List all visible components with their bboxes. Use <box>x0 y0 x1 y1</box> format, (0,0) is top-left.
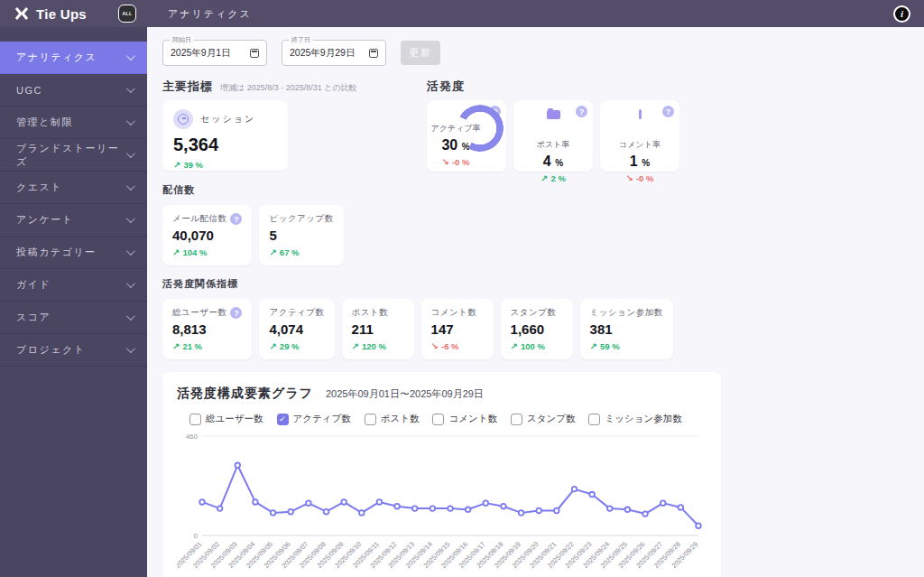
main-indicator-cards: セッション 5,364 39 % <box>162 100 427 171</box>
legend-label: ポスト数 <box>381 413 420 425</box>
trend-arrow-icon <box>172 247 180 257</box>
chart-date-range: 2025年09月01日〜2025年09月29日 <box>326 387 484 401</box>
help-icon[interactable]: ? <box>230 307 242 319</box>
start-date-value: 2025年9月1日 <box>171 47 231 60</box>
main-indicators-title: 主要指標 <box>162 79 213 95</box>
legend-checkbox-item[interactable]: ミッション参加数 <box>588 413 681 425</box>
checkbox-icon <box>432 414 444 425</box>
chart-legend: 総ユーザー数 アクティブ数 ポスト数 コメント数 <box>189 413 707 425</box>
legend-checkbox-item[interactable]: アクティブ数 <box>277 413 351 425</box>
legend-checkbox-item[interactable]: スタンプ数 <box>511 413 575 425</box>
svg-text:460: 460 <box>186 433 199 441</box>
tieups-logo-icon <box>14 6 29 21</box>
trend-arrow-icon <box>626 173 633 183</box>
sidebar-item-label: 投稿カテゴリー <box>16 246 97 259</box>
kpi-label: セッション <box>200 113 255 126</box>
kpi-card: ポスト数 211 120 % <box>342 299 414 359</box>
activity-graph-panel: 活発度構成要素グラフ 2025年09月01日〜2025年09月29日 総ユーザー… <box>162 372 721 577</box>
chevron-down-icon <box>126 214 135 223</box>
activity-title: 活発度 <box>427 79 465 95</box>
sidebar-item-label: プロジェクト <box>16 343 86 357</box>
kpi-value: 147 <box>431 321 484 337</box>
kpi-change: 39 % <box>173 160 277 170</box>
start-date-input[interactable]: 開始日 2025年9月1日 <box>162 40 267 66</box>
chevron-down-icon <box>126 181 135 191</box>
top-metrics-row: 主要指標 増減は 2025/8/3 - 2025/8/31 との比較 セッション… <box>162 79 924 172</box>
main-indicators-section: 主要指標 増減は 2025/8/3 - 2025/8/31 との比較 セッション… <box>162 79 427 172</box>
delivery-section: 配信数 メール配信数 ? 40,070 104 % <box>162 183 924 265</box>
checkbox-icon <box>588 414 600 425</box>
kpi-change: -0 % <box>427 157 485 167</box>
delivery-cards: メール配信数 ? 40,070 104 % ピックアップ数 5 <box>162 205 924 265</box>
brand-area: Tie Ups ALL <box>0 5 147 23</box>
help-icon[interactable]: ? <box>230 213 242 225</box>
chevron-down-icon <box>126 84 135 93</box>
legend-label: ミッション参加数 <box>605 413 681 425</box>
activity-metrics-section: 活発度関係指標 総ユーザー数 ? 8,813 21 % <box>162 277 924 359</box>
sidebar-item-label: アナリティクス <box>16 51 97 64</box>
legend-checkbox-item[interactable]: コメント数 <box>432 413 496 425</box>
kpi-label: アクティブ数 <box>269 307 324 319</box>
update-button[interactable]: 更新 <box>401 41 440 65</box>
sidebar: アナリティクス UGC 管理と制限 ブランドストーリーズ クエスト アンケート … <box>0 27 147 577</box>
legend-label: 総ユーザー数 <box>206 413 263 425</box>
kpi-card: 総ユーザー数 ? 8,813 21 % <box>162 299 252 359</box>
kpi-label: コメント数 <box>431 307 477 319</box>
checkbox-icon <box>277 414 289 425</box>
kpi-card: メール配信数 ? 40,070 104 % <box>162 205 252 265</box>
brand-name: Tie Ups <box>36 6 87 22</box>
sidebar-item[interactable]: 管理と制限 <box>0 107 147 139</box>
kpi-change: 67 % <box>269 247 333 257</box>
help-icon[interactable]: ? <box>662 106 674 117</box>
chevron-down-icon <box>126 312 135 321</box>
legend-checkbox-item[interactable]: 総ユーザー数 <box>189 413 263 425</box>
kpi-value: 5 <box>269 228 333 243</box>
kpi-value: 4 <box>543 154 551 169</box>
kpi-label: コメント率 <box>600 139 679 151</box>
trend-arrow-icon <box>590 341 597 351</box>
sidebar-item[interactable]: アナリティクス <box>0 42 147 74</box>
kpi-value: 5,364 <box>173 135 277 155</box>
trend-arrow-icon <box>442 157 449 167</box>
kpi-label: スタンプ数 <box>511 307 557 319</box>
chevron-down-icon <box>126 247 135 256</box>
kpi-change: 120 % <box>352 341 404 351</box>
kpi-value: 4,074 <box>269 321 324 337</box>
kpi-label: メール配信数 <box>172 213 226 225</box>
avatar[interactable]: ALL <box>118 5 136 23</box>
sidebar-item[interactable]: アンケート <box>0 204 147 237</box>
kpi-change: 59 % <box>590 341 663 351</box>
activity-rate-card: ? アクティブ率 30 % -0 % <box>427 100 506 172</box>
kpi-card: アクティブ数 4,074 29 % <box>259 299 334 359</box>
sidebar-item[interactable]: スコア <box>0 302 147 334</box>
sidebar-item[interactable]: ガイド <box>0 269 147 302</box>
legend-checkbox-item[interactable]: ポスト数 <box>365 413 420 425</box>
sidebar-item-label: UGC <box>16 85 42 96</box>
sidebar-item[interactable]: 投稿カテゴリー <box>0 237 147 269</box>
trend-arrow-icon <box>172 341 180 351</box>
end-date-value: 2025年9月29日 <box>290 47 355 60</box>
chevron-down-icon <box>126 279 135 288</box>
info-icon[interactable]: i <box>893 5 910 23</box>
sidebar-item[interactable]: プロジェクト <box>0 334 147 367</box>
chevron-down-icon <box>126 116 135 126</box>
main-content: 開始日 2025年9月1日 終了日 2025年9月29日 更新 主要指標 増減は… <box>147 27 924 577</box>
activity-rate-card: ? コメント率 1 % -0 % <box>600 100 679 172</box>
activity-cards: ? アクティブ率 30 % -0 % <box>427 100 924 172</box>
session-card: セッション 5,364 39 % <box>162 100 288 171</box>
top-header: Tie Ups ALL アナリティクス i <box>0 0 924 27</box>
help-icon[interactable]: ? <box>576 106 587 117</box>
kpi-change: 100 % <box>511 341 563 351</box>
kpi-change: -0 % <box>600 173 679 183</box>
end-date-input[interactable]: 終了日 2025年9月29日 <box>282 40 386 66</box>
sidebar-item[interactable]: UGC <box>0 74 147 107</box>
sidebar-item-label: ブランドストーリーズ <box>16 142 126 169</box>
trend-arrow-icon <box>431 341 439 351</box>
kpi-card: コメント数 147 -6 % <box>421 299 494 359</box>
kpi-value: 8,813 <box>172 321 242 337</box>
sidebar-item[interactable]: ブランドストーリーズ <box>0 139 147 172</box>
kpi-change: 2 % <box>513 173 593 183</box>
sidebar-item[interactable]: クエスト <box>0 172 147 204</box>
kpi-label: ポスト率 <box>513 139 593 151</box>
kpi-card: ミッション参加数 381 59 % <box>580 299 673 359</box>
